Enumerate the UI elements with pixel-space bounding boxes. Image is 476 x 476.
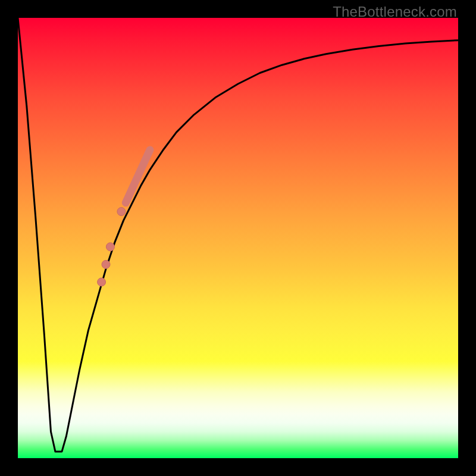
highlighted-marker bbox=[102, 260, 110, 268]
bottleneck-curve bbox=[18, 18, 458, 452]
highlighted-marker bbox=[106, 243, 114, 251]
chart-frame: TheBottleneck.com bbox=[0, 0, 476, 476]
chart-svg bbox=[18, 18, 458, 458]
plot-area bbox=[18, 18, 458, 458]
highlighted-marker bbox=[117, 208, 126, 216]
highlighted-marker bbox=[98, 278, 106, 286]
watermark-text: TheBottleneck.com bbox=[333, 4, 457, 20]
